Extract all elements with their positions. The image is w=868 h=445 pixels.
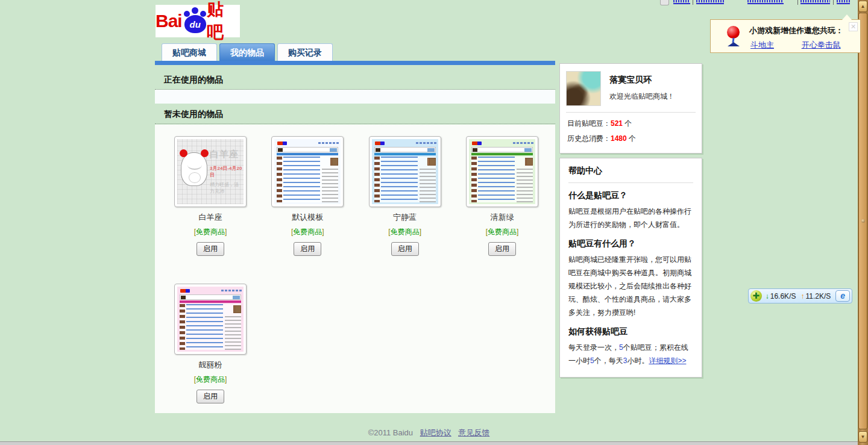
download-speed-value: 16.6K/S	[770, 292, 796, 300]
clipped-link-stub[interactable]	[837, 0, 850, 4]
aries-thumb-dates: 3月24日-4月20日	[210, 165, 242, 178]
window-bottom-edge	[0, 441, 858, 445]
scrollbar-grip	[861, 219, 865, 223]
welcome-text: 欢迎光临贴吧商城！	[609, 92, 675, 102]
enable-button[interactable]: 启用	[294, 242, 321, 256]
help-answer-2: 贴吧商城已经隆重开张啦，您可以用贴吧豆在商城中购买各种道具。初期商城规模还比较小…	[568, 253, 693, 319]
toolbar-fragment	[660, 0, 669, 5]
section-unused-title: 暂未使用的物品	[164, 109, 223, 119]
help-center-panel: 帮助中心 什么是贴吧豆？ 贴吧豆是根据用户在贴吧的各种操作行为所进行的奖励物，即…	[559, 158, 702, 378]
section-unused-heading: 暂未使用的物品	[155, 104, 555, 124]
spend-value: 1480	[611, 134, 627, 143]
item-name: 宁静蓝	[359, 212, 451, 223]
tab-accent-bar	[155, 61, 555, 65]
item-thumbnail[interactable]: 白羊座 3月24日-4月20日 精力旺盛，活力充沛	[174, 136, 247, 207]
copyright-text: ©2011 Baidu	[368, 428, 413, 437]
clipped-link-stub[interactable]	[696, 0, 724, 4]
tab-my-items[interactable]: 我的物品	[219, 43, 275, 61]
aries-theme-preview: 白羊座 3月24日-4月20日 精力旺盛，活力充沛	[177, 139, 244, 204]
enable-button[interactable]: 启用	[488, 242, 516, 256]
avatar	[566, 71, 601, 106]
game-promo-popup: 小游戏新增佳作邀您共玩： 斗地主 开心拳击鼠 ✕	[710, 19, 861, 53]
item-card-aries: 白羊座 3月24日-4月20日 精力旺盛，活力充沛 白羊座 [免费商品] 启用	[165, 136, 256, 256]
beans-value: 521	[611, 119, 623, 128]
default-theme-preview	[274, 139, 341, 204]
help-question-3: 如何获得贴吧豆	[568, 326, 693, 337]
help-center-title: 帮助中心	[568, 166, 693, 183]
enable-button[interactable]: 启用	[391, 242, 419, 256]
enable-button[interactable]: 启用	[197, 390, 224, 403]
item-card-green: 清新绿 [免费商品] 启用	[456, 136, 548, 256]
user-info-panel: 落寞宝贝环 欢迎光临贴吧商城！ 目前贴吧豆：521 个 历史总消费：1480 个	[559, 63, 702, 154]
help-answer-1: 贴吧豆是根据用户在贴吧的各种操作行为所进行的奖励物，即个人财富值。	[568, 205, 693, 231]
item-thumbnail[interactable]	[369, 136, 441, 207]
total-spend-line: 历史总消费：1480 个	[567, 134, 694, 144]
item-thumbnail[interactable]	[466, 136, 538, 207]
scroll-down-button[interactable]: ▼	[858, 431, 867, 443]
username: 落寞宝贝环	[609, 75, 675, 86]
scroll-up-button[interactable]: ▲	[858, 1, 867, 12]
internet-explorer-icon[interactable]: e	[835, 290, 850, 302]
help-question-2: 贴吧豆有什么用？	[568, 238, 693, 249]
link-separator	[693, 0, 693, 5]
item-card-blue: 宁静蓝 [免费商品] 启用	[359, 136, 451, 256]
in-use-items-area	[155, 90, 555, 104]
logo-tieba-text: 贴吧	[207, 0, 240, 44]
tieba-agreement-link[interactable]: 贴吧协议	[420, 428, 451, 437]
enable-button[interactable]: 启用	[197, 242, 224, 256]
joystick-pin-icon	[726, 26, 741, 46]
upload-speed-value: 11.2K/S	[805, 292, 831, 300]
scrollbar-thumb[interactable]	[858, 13, 867, 429]
item-thumbnail[interactable]	[174, 284, 247, 355]
link-separator	[833, 0, 834, 5]
logo-bai-text: Bai	[156, 11, 182, 31]
main-tabs: 贴吧商城 我的物品 购买记录	[162, 43, 335, 61]
help-question-1: 什么是贴吧豆？	[568, 190, 693, 201]
download-speed-widget[interactable]: ✚ ↓ 16.6K/S ↑ 11.2K/S e	[748, 288, 852, 303]
detailed-rules-link[interactable]: 详细规则>>	[649, 356, 686, 365]
pink-theme-preview	[177, 287, 244, 352]
popup-notch	[842, 14, 852, 20]
feedback-link[interactable]: 意见反馈	[458, 428, 489, 437]
section-in-use-heading: 正在使用的物品	[155, 65, 555, 90]
tieba-mall-page: Bai du 贴吧 贴吧商城 我的物品 购买记录 正在使用的物品 暂未使用的物品	[0, 0, 868, 445]
upload-arrow-icon: ↑	[800, 292, 804, 300]
download-arrow-icon: ↓	[766, 292, 769, 300]
item-price-tag: [免费商品]	[165, 227, 256, 237]
baidu-paw-icon: du	[183, 7, 207, 35]
item-thumbnail[interactable]	[271, 136, 344, 207]
unused-items-area: 白羊座 3月24日-4月20日 精力旺盛，活力充沛 白羊座 [免费商品] 启用	[155, 125, 555, 413]
close-icon[interactable]: ✕	[849, 22, 858, 31]
item-price-tag: [免费商品]	[165, 375, 256, 385]
green-theme-preview	[469, 139, 535, 204]
tab-purchase-history[interactable]: 购买记录	[277, 43, 333, 61]
popup-title: 小游戏新增佳作邀您共玩：	[749, 25, 843, 36]
item-name: 靓丽粉	[165, 359, 256, 370]
downloader-icon[interactable]: ✚	[750, 290, 762, 302]
item-price-tag: [免费商品]	[359, 227, 451, 237]
item-name: 白羊座	[165, 212, 256, 223]
aries-thumb-title: 白羊座	[210, 149, 242, 160]
blue-theme-preview	[372, 139, 438, 204]
clipped-link-stub[interactable]	[800, 0, 830, 4]
baidu-tieba-logo[interactable]: Bai du 贴吧	[156, 5, 240, 37]
vertical-scrollbar[interactable]: ▲ ▼	[858, 0, 868, 445]
clipped-link-stub[interactable]	[673, 0, 690, 4]
tab-tieba-mall[interactable]: 贴吧商城	[162, 43, 217, 61]
clipped-link-stub[interactable]	[747, 0, 784, 4]
aries-mascot	[181, 152, 207, 186]
beans-count-line: 目前贴吧豆：521 个	[567, 119, 694, 129]
item-card-default: 默认模板 [免费商品] 启用	[262, 136, 353, 256]
item-price-tag: [免费商品]	[456, 227, 548, 237]
help-answer-3: 每天登录一次，5个贴吧豆；累积在线一小时5个，每天3小时。详细规则>>	[568, 341, 693, 367]
item-name: 默认模板	[262, 212, 353, 223]
doudizhu-link[interactable]: 斗地主	[750, 40, 774, 49]
section-in-use-title: 正在使用的物品	[164, 75, 223, 84]
item-price-tag: [免费商品]	[262, 227, 353, 237]
item-name: 清新绿	[456, 212, 548, 223]
link-separator	[797, 0, 798, 5]
page-footer: ©2011 Baidu 贴吧协议 意见反馈	[0, 428, 858, 438]
aries-thumb-desc: 精力旺盛，活力充沛	[210, 181, 242, 194]
boxing-mouse-link[interactable]: 开心拳击鼠	[802, 40, 841, 49]
item-card-pink: 靓丽粉 [免费商品] 启用	[165, 284, 256, 403]
